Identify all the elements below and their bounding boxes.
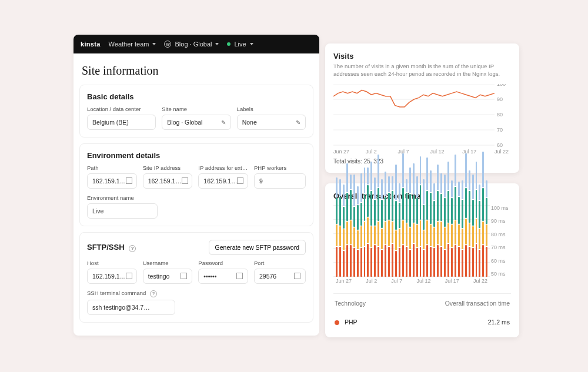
sitename-field[interactable]: Blog · Global ✎ — [162, 115, 230, 130]
bar-segment — [336, 198, 338, 224]
team-selector[interactable]: Weather team — [109, 41, 156, 48]
bar-segment — [357, 250, 359, 277]
bar-segment — [458, 224, 460, 246]
bar-segment — [360, 226, 362, 248]
bar-column — [370, 162, 372, 277]
edit-icon[interactable]: ✎ — [221, 119, 226, 126]
bar-segment — [392, 191, 393, 221]
bar-segment — [377, 188, 379, 221]
labels-field[interactable]: None ✎ — [237, 115, 306, 130]
envname-field[interactable]: Live — [87, 203, 158, 219]
help-icon[interactable]: ? — [129, 245, 136, 252]
bar-column — [409, 167, 411, 277]
bar-segment — [458, 197, 460, 224]
bar-segment — [357, 205, 359, 229]
edit-icon[interactable]: ✎ — [296, 119, 300, 126]
labels-value: None — [242, 119, 257, 126]
env-selector[interactable]: Live — [227, 41, 253, 48]
svg-text:60: 60 — [497, 142, 503, 148]
bar-column — [447, 162, 449, 277]
bar-column — [374, 177, 376, 277]
bar-segment — [346, 222, 348, 244]
bar-column — [479, 185, 480, 277]
bar-segment — [462, 200, 463, 229]
bar-segment — [399, 229, 400, 247]
phpworkers-field[interactable]: 9 — [254, 173, 306, 189]
bar-column — [377, 155, 379, 277]
path-field[interactable]: 162.159.134.42 — [87, 173, 137, 189]
bar-column — [350, 175, 352, 277]
location-label: Location / data center — [87, 106, 156, 112]
sftp-ssh-title-text: SFTP/SSH — [87, 243, 125, 252]
bar-segment — [336, 224, 338, 246]
copy-icon[interactable] — [127, 274, 132, 279]
copy-icon[interactable] — [182, 274, 187, 279]
x-tick: Jul 22 — [473, 278, 487, 287]
bar-segment — [370, 226, 372, 248]
bar-segment — [385, 172, 386, 196]
site-selector[interactable]: W Blog · Global — [164, 41, 219, 48]
bar-column — [430, 170, 432, 277]
location-field[interactable]: Belgium (BE) — [87, 115, 156, 130]
bar-segment — [462, 250, 463, 277]
bar-segment — [451, 224, 453, 247]
bar-segment — [476, 162, 477, 189]
table-header-tech: Technology — [335, 300, 366, 307]
sshcmd-field[interactable]: ssh testingo@34.7… — [87, 300, 175, 315]
extip-field[interactable]: 162.159.134.42 — [198, 173, 248, 189]
copy-icon[interactable] — [295, 274, 300, 279]
bar-column — [346, 163, 348, 277]
chart-x-axis: Jun 27Jul 2Jul 7Jul 12Jul 17Jul 22 — [333, 278, 490, 287]
bar-segment — [476, 219, 477, 243]
x-tick: Jul 17 — [445, 278, 459, 287]
bar-segment — [455, 245, 456, 277]
copy-icon[interactable] — [238, 274, 243, 279]
bar-segment — [437, 245, 439, 277]
bar-segment — [472, 248, 474, 277]
bar-segment — [353, 175, 355, 206]
host-field[interactable]: 162.159.134.42 — [87, 269, 137, 284]
siteip-field[interactable]: 162.159.134.42 — [143, 173, 193, 189]
team-selector-label: Weather team — [109, 41, 149, 48]
copy-icon[interactable] — [183, 179, 188, 184]
copy-icon[interactable] — [127, 179, 132, 184]
bar-segment — [444, 175, 446, 197]
bar-segment — [339, 247, 341, 277]
bar-segment — [426, 157, 428, 190]
bar-segment — [458, 182, 460, 196]
bar-column — [465, 153, 467, 277]
labels-label: Labels — [237, 106, 306, 112]
bar-segment — [447, 223, 449, 243]
bar-column — [367, 167, 369, 277]
bar-segment — [479, 185, 480, 200]
y-tick: 100 ms — [491, 205, 511, 211]
bar-segment — [482, 188, 484, 221]
bar-segment — [388, 220, 390, 246]
bar-segment — [416, 224, 418, 247]
bar-segment — [413, 223, 415, 243]
bar-segment — [447, 162, 449, 190]
bar-segment — [430, 224, 432, 246]
bar-segment — [353, 207, 355, 227]
bar-segment — [377, 247, 379, 277]
bar-segment — [339, 179, 341, 196]
bar-segment — [339, 197, 341, 226]
bar-segment — [423, 205, 425, 229]
bar-segment — [423, 250, 425, 277]
generate-sftp-password-button[interactable]: Generate new SFTP password — [209, 240, 306, 255]
tech-cell: PHP — [335, 319, 358, 326]
port-field[interactable]: 29576 — [254, 269, 306, 284]
copy-icon[interactable] — [238, 179, 243, 184]
x-tick: Jul 12 — [417, 278, 431, 287]
bar-segment — [413, 195, 415, 222]
sshcmd-label: SSH terminal command ? — [87, 290, 175, 297]
password-field[interactable]: •••••• — [198, 269, 248, 284]
bar-column — [476, 162, 477, 277]
bar-column — [353, 175, 355, 277]
bar-segment — [367, 185, 369, 217]
username-field[interactable]: testingo — [143, 269, 193, 284]
path-label: Path — [87, 165, 137, 171]
bar-segment — [399, 203, 400, 229]
help-icon[interactable]: ? — [150, 290, 157, 297]
table-header-time: Overall transaction time — [445, 300, 510, 307]
